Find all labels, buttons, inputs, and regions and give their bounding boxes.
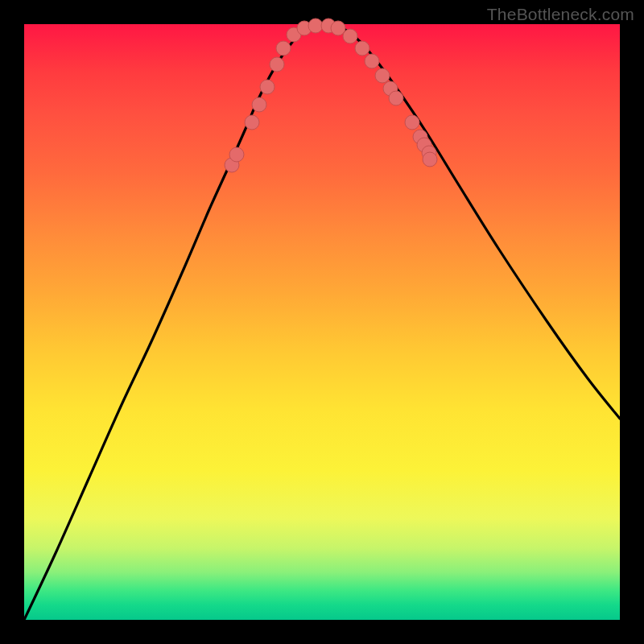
curve-marker xyxy=(423,152,437,167)
curve-marker xyxy=(343,29,357,43)
curve-marker xyxy=(405,115,419,130)
curve-marker xyxy=(375,68,390,83)
curve-marker xyxy=(276,41,291,56)
curve-marker xyxy=(252,97,266,112)
chart-frame: TheBottleneck.com xyxy=(0,0,644,644)
curve-marker xyxy=(270,57,284,72)
curve-markers xyxy=(225,19,437,172)
bottleneck-curve xyxy=(24,26,620,620)
curve-marker xyxy=(229,147,244,162)
curve-marker xyxy=(355,41,369,56)
plot-area xyxy=(24,24,620,620)
curve-marker xyxy=(308,19,323,33)
curve-marker xyxy=(245,115,259,130)
watermark-text: TheBottleneck.com xyxy=(487,5,634,24)
curve-marker xyxy=(389,91,403,105)
curve-marker xyxy=(260,80,275,94)
curve-layer xyxy=(24,24,620,620)
curve-marker xyxy=(365,54,379,68)
